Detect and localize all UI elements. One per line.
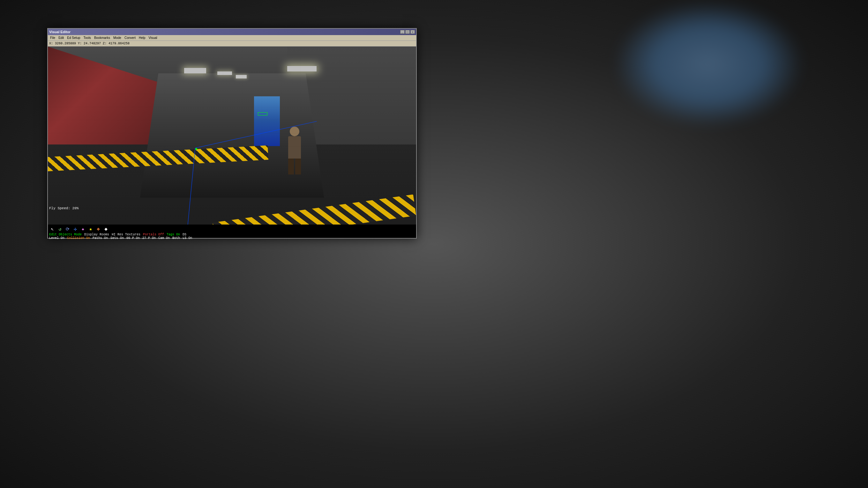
character-legs xyxy=(288,159,301,174)
status-ds[interactable]: DS xyxy=(183,233,186,236)
ceiling-light-3 xyxy=(236,75,247,78)
background-planet xyxy=(613,0,804,128)
menu-mode[interactable]: Mode xyxy=(112,36,123,40)
character-body xyxy=(288,136,301,159)
3d-viewport[interactable]: Fly Speed: 20% xyxy=(48,46,416,225)
minimize-button[interactable]: _ xyxy=(400,30,405,34)
status-p27[interactable]: 27 P On xyxy=(142,236,156,240)
status-both[interactable]: Both xyxy=(172,236,180,240)
status-display-rooms[interactable]: Display Rooms xyxy=(84,233,109,236)
tool-cursor[interactable]: ↖ xyxy=(49,226,56,232)
scene xyxy=(48,46,416,225)
status-paths[interactable]: Paths On xyxy=(93,236,108,240)
maximize-button[interactable]: □ xyxy=(405,30,410,34)
title-bar: Visual Editor _ □ × xyxy=(48,29,416,35)
menu-tools[interactable]: Tools xyxy=(82,36,93,40)
status-sets[interactable]: Sets On xyxy=(111,236,124,240)
menu-edit[interactable]: Edit xyxy=(57,36,65,40)
coords-bar: X: 3260.285889 Y: 24.748297 Z: 4179.8642… xyxy=(48,41,416,46)
menu-convert[interactable]: Convert xyxy=(123,36,137,40)
status-edit-objects[interactable]: Edit Objects Mode xyxy=(49,233,82,236)
character-leg-left xyxy=(288,159,294,174)
window-controls: _ □ × xyxy=(400,30,415,34)
tool-rotate[interactable]: ↺ xyxy=(57,226,63,232)
tool-move[interactable]: ⟳ xyxy=(64,226,71,232)
character-leg-right xyxy=(295,159,301,174)
menu-file[interactable]: File xyxy=(49,36,57,40)
ceiling-light-4 xyxy=(287,66,316,71)
status-line-2: Level On Collision On Paths On Sets On 0… xyxy=(49,236,415,240)
status-p00[interactable]: 00 P On xyxy=(126,236,140,240)
tool-star[interactable]: ★ xyxy=(87,226,94,232)
path-node xyxy=(195,148,197,150)
ceiling-light-2 xyxy=(217,71,232,75)
menu-visual[interactable]: Visual xyxy=(147,36,159,40)
portal-blue xyxy=(254,96,280,146)
tool-multi[interactable]: ✦ xyxy=(80,226,86,232)
ceiling-light-1 xyxy=(184,68,206,73)
coordinates-display: X: 3260.285889 Y: 24.748297 Z: 4179.8642… xyxy=(49,42,130,45)
status-portals[interactable]: Portals Off xyxy=(143,233,164,236)
status-tags[interactable]: Tags On xyxy=(166,233,180,236)
status-collision: Collision On xyxy=(67,236,90,240)
status-cam[interactable]: Cam On xyxy=(158,236,170,240)
close-button[interactable]: × xyxy=(410,30,415,34)
menu-help[interactable]: Help xyxy=(137,36,147,40)
menu-ed-setup[interactable]: Ed Setup xyxy=(65,36,82,40)
status-level[interactable]: Level On xyxy=(49,236,64,240)
status-ls[interactable]: LS On xyxy=(183,236,192,240)
tool-gradient[interactable]: ❖ xyxy=(95,226,101,232)
tool-white[interactable]: ◆ xyxy=(103,226,109,232)
fly-speed-display: Fly Speed: 20% xyxy=(49,206,79,210)
status-hi-res[interactable]: HI Res Textures xyxy=(112,233,141,236)
status-line-1: Edit Objects Mode Display Rooms HI Res T… xyxy=(49,233,415,236)
menu-bookmarks[interactable]: Bookmarks xyxy=(93,36,112,40)
tool-blue-cross[interactable]: ✛ xyxy=(72,226,79,232)
status-bar: ↖ ↺ ⟳ ✛ ✦ ★ ❖ ◆ Edit Objects Mode Displa… xyxy=(48,225,416,238)
character-model xyxy=(284,127,306,189)
visual-editor-window: Visual Editor _ □ × File Edit Ed Setup T… xyxy=(47,28,417,238)
portal-indicator xyxy=(258,112,268,116)
toolbar: ↖ ↺ ⟳ ✛ ✦ ★ ❖ ◆ xyxy=(49,225,415,233)
character-head xyxy=(290,127,299,136)
window-title: Visual Editor xyxy=(49,30,70,34)
menu-bar: File Edit Ed Setup Tools Bookmarks Mode … xyxy=(48,35,416,41)
